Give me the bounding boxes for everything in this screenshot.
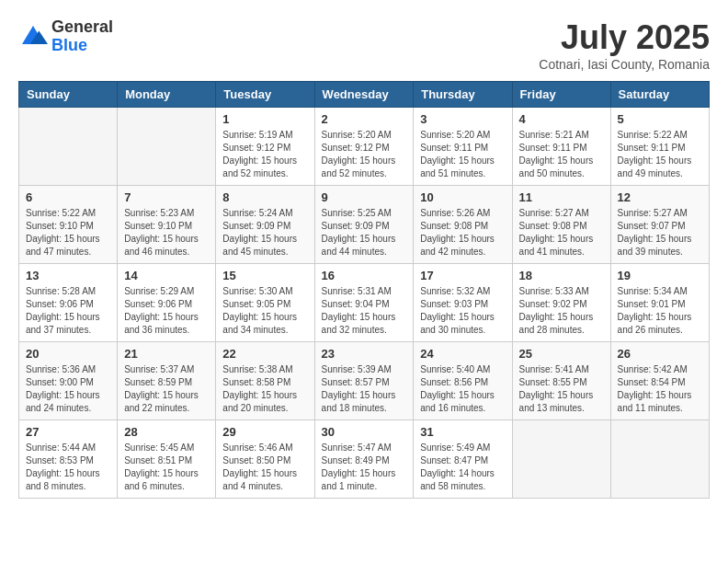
day-detail: Sunrise: 5:46 AMSunset: 8:50 PMDaylight:… bbox=[222, 442, 307, 493]
calendar-cell bbox=[610, 420, 709, 499]
day-number: 16 bbox=[322, 269, 407, 282]
day-detail: Sunrise: 5:27 AMSunset: 9:07 PMDaylight:… bbox=[618, 207, 702, 259]
weekday-header: Thursday bbox=[414, 82, 512, 108]
day-number: 28 bbox=[124, 425, 209, 439]
day-number: 7 bbox=[124, 190, 209, 204]
location-subtitle: Cotnari, Iasi County, Romania bbox=[539, 57, 710, 72]
calendar-header-row: SundayMondayTuesdayWednesdayThursdayFrid… bbox=[19, 82, 710, 108]
calendar-cell: 25Sunrise: 5:41 AMSunset: 8:55 PMDayligh… bbox=[512, 342, 610, 420]
calendar-cell bbox=[19, 108, 118, 186]
day-detail: Sunrise: 5:36 AMSunset: 9:00 PMDaylight:… bbox=[26, 363, 110, 415]
calendar-cell: 21Sunrise: 5:37 AMSunset: 8:59 PMDayligh… bbox=[118, 342, 216, 420]
day-detail: Sunrise: 5:25 AMSunset: 9:09 PMDaylight:… bbox=[322, 207, 407, 259]
month-title: July 2025 bbox=[539, 18, 710, 57]
page-header: General Blue July 2025 Cotnari, Iasi Cou… bbox=[18, 18, 710, 72]
calendar-cell: 7Sunrise: 5:23 AMSunset: 9:10 PMDaylight… bbox=[118, 186, 216, 264]
weekday-header: Monday bbox=[118, 82, 216, 108]
calendar-cell bbox=[118, 108, 216, 186]
logo-icon bbox=[18, 22, 48, 52]
day-detail: Sunrise: 5:41 AMSunset: 8:55 PMDaylight:… bbox=[519, 363, 604, 415]
day-number: 22 bbox=[222, 347, 307, 361]
day-number: 20 bbox=[26, 347, 110, 361]
day-number: 31 bbox=[420, 425, 505, 439]
day-number: 8 bbox=[222, 190, 307, 204]
calendar-cell: 18Sunrise: 5:33 AMSunset: 9:02 PMDayligh… bbox=[512, 264, 610, 342]
day-detail: Sunrise: 5:20 AMSunset: 9:11 PMDaylight:… bbox=[420, 129, 505, 180]
day-number: 23 bbox=[322, 347, 407, 361]
calendar-cell: 13Sunrise: 5:28 AMSunset: 9:06 PMDayligh… bbox=[19, 264, 118, 342]
day-detail: Sunrise: 5:23 AMSunset: 9:10 PMDaylight:… bbox=[124, 207, 209, 259]
day-detail: Sunrise: 5:22 AMSunset: 9:10 PMDaylight:… bbox=[26, 207, 110, 259]
calendar-cell: 9Sunrise: 5:25 AMSunset: 9:09 PMDaylight… bbox=[314, 186, 414, 264]
logo-blue: Blue bbox=[51, 37, 113, 55]
day-detail: Sunrise: 5:19 AMSunset: 9:12 PMDaylight:… bbox=[222, 129, 307, 180]
day-detail: Sunrise: 5:28 AMSunset: 9:06 PMDaylight:… bbox=[26, 285, 110, 337]
calendar-cell: 14Sunrise: 5:29 AMSunset: 9:06 PMDayligh… bbox=[118, 264, 216, 342]
title-section: July 2025 Cotnari, Iasi County, Romania bbox=[539, 18, 710, 72]
day-number: 10 bbox=[420, 190, 505, 204]
weekday-header: Tuesday bbox=[216, 82, 314, 108]
logo: General Blue bbox=[18, 18, 113, 55]
day-detail: Sunrise: 5:20 AMSunset: 9:12 PMDaylight:… bbox=[322, 129, 407, 180]
calendar-cell: 28Sunrise: 5:45 AMSunset: 8:51 PMDayligh… bbox=[118, 420, 216, 499]
day-detail: Sunrise: 5:37 AMSunset: 8:59 PMDaylight:… bbox=[124, 363, 209, 415]
calendar-cell: 17Sunrise: 5:32 AMSunset: 9:03 PMDayligh… bbox=[414, 264, 512, 342]
calendar-week-row: 13Sunrise: 5:28 AMSunset: 9:06 PMDayligh… bbox=[19, 264, 710, 342]
calendar-cell: 6Sunrise: 5:22 AMSunset: 9:10 PMDaylight… bbox=[19, 186, 118, 264]
day-number: 1 bbox=[222, 112, 307, 126]
day-number: 14 bbox=[124, 269, 209, 282]
calendar-cell: 2Sunrise: 5:20 AMSunset: 9:12 PMDaylight… bbox=[314, 108, 414, 186]
day-detail: Sunrise: 5:45 AMSunset: 8:51 PMDaylight:… bbox=[124, 442, 209, 493]
weekday-header: Friday bbox=[512, 82, 610, 108]
calendar-cell: 15Sunrise: 5:30 AMSunset: 9:05 PMDayligh… bbox=[216, 264, 314, 342]
day-detail: Sunrise: 5:29 AMSunset: 9:06 PMDaylight:… bbox=[124, 285, 209, 337]
day-detail: Sunrise: 5:33 AMSunset: 9:02 PMDaylight:… bbox=[519, 285, 604, 337]
day-number: 17 bbox=[420, 269, 505, 282]
logo-text: General Blue bbox=[51, 18, 113, 55]
calendar-cell bbox=[512, 420, 610, 499]
calendar-cell: 8Sunrise: 5:24 AMSunset: 9:09 PMDaylight… bbox=[216, 186, 314, 264]
day-number: 18 bbox=[519, 269, 604, 282]
day-number: 26 bbox=[618, 347, 702, 361]
calendar-cell: 16Sunrise: 5:31 AMSunset: 9:04 PMDayligh… bbox=[314, 264, 414, 342]
day-detail: Sunrise: 5:47 AMSunset: 8:49 PMDaylight:… bbox=[322, 442, 407, 493]
day-detail: Sunrise: 5:31 AMSunset: 9:04 PMDaylight:… bbox=[322, 285, 407, 337]
day-number: 25 bbox=[519, 347, 604, 361]
day-number: 15 bbox=[222, 269, 307, 282]
day-number: 2 bbox=[322, 112, 407, 126]
calendar-cell: 23Sunrise: 5:39 AMSunset: 8:57 PMDayligh… bbox=[314, 342, 414, 420]
day-number: 29 bbox=[222, 425, 307, 439]
calendar-cell: 1Sunrise: 5:19 AMSunset: 9:12 PMDaylight… bbox=[216, 108, 314, 186]
day-number: 6 bbox=[26, 190, 110, 204]
day-detail: Sunrise: 5:32 AMSunset: 9:03 PMDaylight:… bbox=[420, 285, 505, 337]
calendar-cell: 29Sunrise: 5:46 AMSunset: 8:50 PMDayligh… bbox=[216, 420, 314, 499]
calendar-cell: 3Sunrise: 5:20 AMSunset: 9:11 PMDaylight… bbox=[414, 108, 512, 186]
weekday-header: Sunday bbox=[19, 82, 118, 108]
calendar-week-row: 27Sunrise: 5:44 AMSunset: 8:53 PMDayligh… bbox=[19, 420, 710, 499]
calendar-cell: 26Sunrise: 5:42 AMSunset: 8:54 PMDayligh… bbox=[610, 342, 709, 420]
calendar-cell: 4Sunrise: 5:21 AMSunset: 9:11 PMDaylight… bbox=[512, 108, 610, 186]
calendar-cell: 31Sunrise: 5:49 AMSunset: 8:47 PMDayligh… bbox=[414, 420, 512, 499]
day-number: 27 bbox=[26, 425, 110, 439]
calendar-cell: 11Sunrise: 5:27 AMSunset: 9:08 PMDayligh… bbox=[512, 186, 610, 264]
calendar-week-row: 6Sunrise: 5:22 AMSunset: 9:10 PMDaylight… bbox=[19, 186, 710, 264]
day-detail: Sunrise: 5:22 AMSunset: 9:11 PMDaylight:… bbox=[618, 129, 702, 180]
calendar-cell: 19Sunrise: 5:34 AMSunset: 9:01 PMDayligh… bbox=[610, 264, 709, 342]
calendar-cell: 22Sunrise: 5:38 AMSunset: 8:58 PMDayligh… bbox=[216, 342, 314, 420]
day-detail: Sunrise: 5:27 AMSunset: 9:08 PMDaylight:… bbox=[519, 207, 604, 259]
calendar-cell: 30Sunrise: 5:47 AMSunset: 8:49 PMDayligh… bbox=[314, 420, 414, 499]
calendar-cell: 27Sunrise: 5:44 AMSunset: 8:53 PMDayligh… bbox=[19, 420, 118, 499]
calendar-cell: 5Sunrise: 5:22 AMSunset: 9:11 PMDaylight… bbox=[610, 108, 709, 186]
calendar-cell: 24Sunrise: 5:40 AMSunset: 8:56 PMDayligh… bbox=[414, 342, 512, 420]
day-detail: Sunrise: 5:38 AMSunset: 8:58 PMDaylight:… bbox=[222, 363, 307, 415]
day-number: 3 bbox=[420, 112, 505, 126]
day-detail: Sunrise: 5:24 AMSunset: 9:09 PMDaylight:… bbox=[222, 207, 307, 259]
calendar-week-row: 20Sunrise: 5:36 AMSunset: 9:00 PMDayligh… bbox=[19, 342, 710, 420]
day-number: 13 bbox=[26, 269, 110, 282]
day-number: 9 bbox=[322, 190, 407, 204]
day-detail: Sunrise: 5:40 AMSunset: 8:56 PMDaylight:… bbox=[420, 363, 505, 415]
day-detail: Sunrise: 5:26 AMSunset: 9:08 PMDaylight:… bbox=[420, 207, 505, 259]
day-number: 11 bbox=[519, 190, 604, 204]
day-detail: Sunrise: 5:44 AMSunset: 8:53 PMDaylight:… bbox=[26, 442, 110, 493]
day-detail: Sunrise: 5:42 AMSunset: 8:54 PMDaylight:… bbox=[618, 363, 702, 415]
